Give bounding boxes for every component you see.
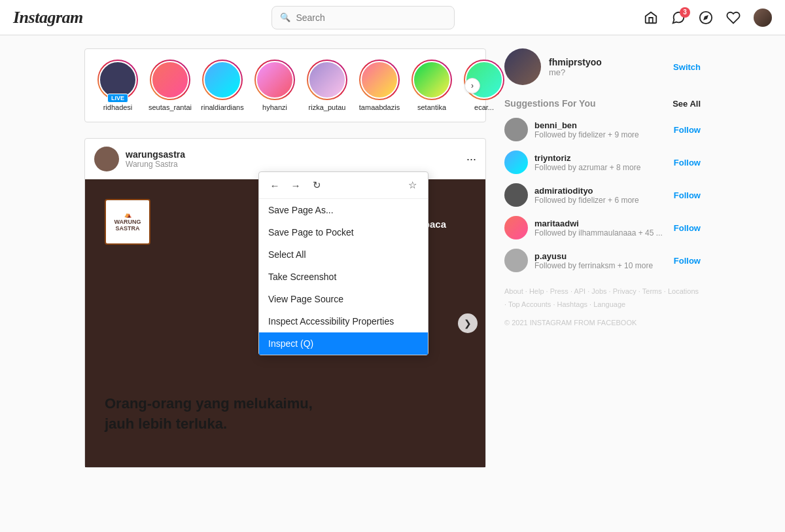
suggestion-sub: Followed by fidelizer + 9 more bbox=[534, 130, 667, 139]
story-avatar bbox=[360, 61, 398, 99]
suggestion-avatar bbox=[504, 118, 528, 141]
story-avatar-wrapper bbox=[359, 60, 400, 100]
post-username: warungsastra bbox=[126, 149, 185, 160]
suggestion-info: triyntoriz Followed by azrumar + 8 more bbox=[534, 153, 667, 172]
ctx-item-save-to-pocket[interactable]: Save Page to Pocket bbox=[259, 221, 428, 243]
story-item[interactable]: tamaabdazis bbox=[355, 60, 404, 111]
footer-links: About · Help · Press · API · Jobs · Priv… bbox=[504, 285, 701, 311]
suggestion-avatar bbox=[504, 216, 528, 239]
suggestion-avatar bbox=[504, 249, 528, 272]
suggestion-avatar bbox=[504, 151, 528, 174]
suggestion-sub: Followed by ilhammaulanaaa + 45 ... bbox=[534, 228, 667, 238]
footer-link-jobs[interactable]: Jobs bbox=[591, 287, 606, 295]
home-nav-icon[interactable] bbox=[644, 10, 658, 25]
footer-link-press[interactable]: Press bbox=[550, 287, 568, 295]
messenger-badge: 3 bbox=[680, 7, 690, 18]
messenger-nav-icon[interactable]: 3 bbox=[671, 10, 686, 25]
ctx-item-select-all[interactable]: Select All bbox=[259, 243, 428, 266]
ctx-bookmark-button[interactable]: ☆ bbox=[403, 176, 421, 194]
story-item[interactable]: hyhanzi bbox=[250, 60, 300, 111]
suggestion-info: benni_ben Followed by fidelizer + 9 more bbox=[534, 120, 667, 139]
story-avatar bbox=[413, 61, 451, 99]
stories-bar: LIVE ridhadesi seutas_rantai rinaldiardi… bbox=[84, 48, 486, 122]
post-logo-box: ⛺ WARUNG SASTRA bbox=[105, 199, 150, 245]
header: Instagram 🔍 3 bbox=[0, 0, 785, 35]
sidebar-footer: About · Help · Press · API · Jobs · Priv… bbox=[504, 285, 701, 329]
follow-button[interactable]: Follow bbox=[674, 125, 701, 135]
suggestion-info: maritaadwi Followed by ilhammaulanaaa + … bbox=[534, 219, 667, 238]
story-username: rinaldiardians bbox=[201, 103, 243, 111]
follow-button[interactable]: Follow bbox=[674, 158, 701, 168]
story-username: setantika bbox=[417, 103, 446, 111]
story-item[interactable]: rinaldiardians bbox=[198, 60, 247, 111]
story-avatar bbox=[203, 61, 241, 99]
footer-copyright: © 2021 INSTAGRAM FROM FACEBOOK bbox=[504, 317, 701, 330]
ctx-item-view-source[interactable]: View Page Source bbox=[259, 288, 428, 310]
story-item[interactable]: rizka_putau bbox=[302, 60, 352, 111]
footer-link-locations[interactable]: Locations bbox=[668, 287, 699, 295]
post-subtitle: Warung Sastra bbox=[126, 160, 185, 169]
suggestion-item: maritaadwi Followed by ilhammaulanaaa + … bbox=[504, 216, 701, 239]
search-icon: 🔍 bbox=[280, 12, 290, 22]
footer-link-top-accounts[interactable]: Top Accounts bbox=[508, 300, 551, 308]
ctx-back-button[interactable]: ← bbox=[266, 176, 284, 194]
sidebar-user-details: fhmiprstyoo me? bbox=[549, 57, 602, 77]
follow-button[interactable]: Follow bbox=[674, 223, 701, 233]
story-avatar bbox=[151, 61, 189, 99]
explore-nav-icon[interactable] bbox=[699, 10, 713, 25]
ctx-item-save-page-as[interactable]: Save Page As... bbox=[259, 199, 428, 221]
story-username: rizka_putau bbox=[309, 103, 346, 111]
search-input[interactable] bbox=[296, 12, 446, 23]
story-item[interactable]: seutas_rantai bbox=[145, 60, 195, 111]
story-username: tamaabdazis bbox=[359, 103, 400, 111]
story-item[interactable]: setantika bbox=[407, 60, 457, 111]
footer-link-hashtags[interactable]: Hashtags bbox=[557, 300, 587, 308]
switch-button[interactable]: Switch bbox=[673, 62, 701, 72]
svg-marker-1 bbox=[703, 15, 708, 20]
story-username: seutas_rantai bbox=[148, 103, 192, 111]
user-info: fhmiprstyoo me? Switch bbox=[504, 48, 701, 85]
footer-link-api[interactable]: API bbox=[574, 287, 585, 295]
suggestion-username: triyntoriz bbox=[534, 153, 667, 163]
post-next-button[interactable]: ❯ bbox=[458, 313, 478, 333]
suggestion-username: admiratiodityo bbox=[534, 186, 667, 196]
search-container: 🔍 bbox=[271, 6, 455, 29]
footer-link-help[interactable]: Help bbox=[529, 287, 544, 295]
right-sidebar: fhmiprstyoo me? Switch Suggestions For Y… bbox=[504, 48, 701, 468]
suggestion-item: admiratiodityo Followed by fidelizer + 6… bbox=[504, 183, 701, 207]
context-menu: ← → ↻ ☆ Save Page As... Save Page to Poc… bbox=[258, 171, 428, 355]
see-all-link[interactable]: See All bbox=[672, 99, 701, 109]
footer-link-privacy[interactable]: Privacy bbox=[613, 287, 637, 295]
suggestion-item: benni_ben Followed by fidelizer + 9 more… bbox=[504, 118, 701, 141]
post-user-info: warungsastra Warung Sastra bbox=[126, 149, 185, 169]
ctx-refresh-button[interactable]: ↻ bbox=[307, 176, 326, 194]
story-avatar-wrapper bbox=[202, 60, 243, 100]
suggestion-item: triyntoriz Followed by azrumar + 8 more … bbox=[504, 151, 701, 174]
footer-link-about[interactable]: About bbox=[504, 287, 523, 295]
story-avatar-wrapper bbox=[411, 60, 452, 100]
ctx-item-inspect[interactable]: Inspect (Q) bbox=[259, 332, 428, 355]
heart-nav-icon[interactable] bbox=[726, 10, 741, 25]
live-badge: LIVE bbox=[107, 94, 128, 103]
search-box[interactable]: 🔍 bbox=[271, 6, 455, 29]
ctx-item-inspect-accessibility[interactable]: Inspect Accessibility Properties bbox=[259, 310, 428, 332]
ctx-forward-button[interactable]: → bbox=[287, 176, 305, 194]
footer-link-terms[interactable]: Terms bbox=[642, 287, 662, 295]
follow-button[interactable]: Follow bbox=[674, 190, 701, 200]
story-avatar bbox=[308, 61, 346, 99]
footer-link-language[interactable]: Language bbox=[593, 300, 625, 308]
sidebar-subtext: me? bbox=[549, 67, 602, 77]
story-item[interactable]: LIVE ridhadesi bbox=[93, 60, 143, 111]
nav-icons: 3 bbox=[644, 9, 772, 27]
suggestion-username: maritaadwi bbox=[534, 219, 667, 228]
post-more-button[interactable]: ··· bbox=[466, 152, 476, 166]
story-avatar-wrapper: LIVE bbox=[97, 60, 138, 100]
follow-button[interactable]: Follow bbox=[674, 256, 701, 266]
story-avatar-wrapper bbox=[254, 60, 295, 100]
suggestion-info: admiratiodityo Followed by fidelizer + 6… bbox=[534, 186, 667, 205]
stories-next-button[interactable]: › bbox=[464, 78, 480, 94]
ctx-item-take-screenshot[interactable]: Take Screenshot bbox=[259, 266, 428, 288]
suggestion-sub: Followed by fidelizer + 6 more bbox=[534, 196, 667, 205]
profile-nav-avatar[interactable] bbox=[754, 9, 772, 27]
story-username: ecar... bbox=[474, 103, 494, 111]
